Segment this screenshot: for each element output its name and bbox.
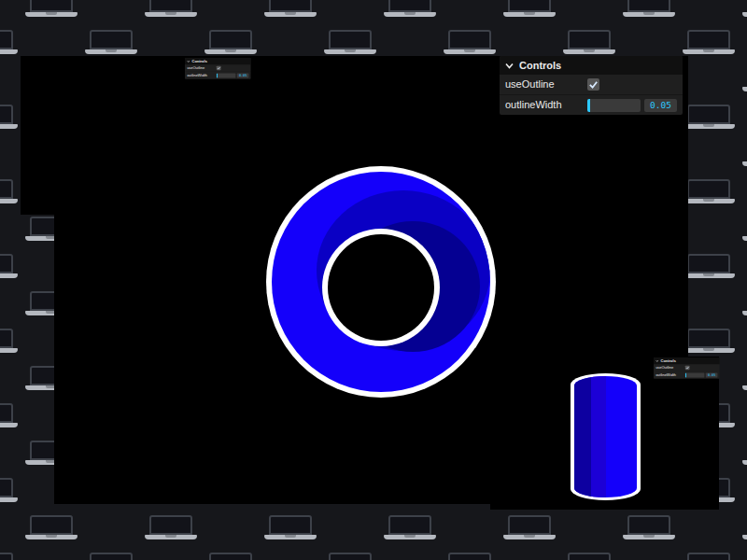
laptop-icon xyxy=(742,515,747,540)
laptop-icon xyxy=(742,291,747,316)
laptop-icon xyxy=(683,553,735,560)
useoutline-label: useOutline xyxy=(505,79,587,90)
laptop-icon xyxy=(742,0,747,18)
laptop-icon xyxy=(742,441,747,466)
laptop-icon xyxy=(0,553,18,560)
laptop-icon xyxy=(742,217,747,242)
useoutline-row: useOutline xyxy=(654,364,720,371)
laptop-icon xyxy=(264,515,317,540)
chevron-down-icon xyxy=(187,60,190,63)
useoutline-row: useOutline xyxy=(185,64,251,72)
laptop-icon xyxy=(503,0,556,18)
controls-panel-title-label: Controls xyxy=(519,61,561,71)
laptop-icon xyxy=(204,553,257,560)
torus-blue-hole xyxy=(328,234,434,341)
laptop-icon xyxy=(623,0,675,18)
controls-panel-title[interactable]: Controls xyxy=(654,357,720,364)
useoutline-row: useOutline xyxy=(500,75,683,94)
laptop-icon xyxy=(85,553,137,560)
laptop-icon xyxy=(503,515,556,540)
outlinewidth-slider-fill xyxy=(685,372,686,377)
chevron-down-icon xyxy=(505,63,514,69)
cylinder-shade-mid xyxy=(591,375,606,500)
outlinewidth-label: outlineWidth xyxy=(187,74,217,77)
controls-panel-small-1: Controls useOutline outlineWidth 0.05 xyxy=(185,58,251,79)
useoutline-label: useOutline xyxy=(187,66,217,70)
laptop-icon xyxy=(25,515,78,540)
controls-panel-title[interactable]: Controls xyxy=(500,56,683,75)
laptop-icon xyxy=(563,553,615,560)
laptop-icon xyxy=(384,515,436,540)
laptop-icon xyxy=(0,30,18,55)
controls-panel-title-label: Controls xyxy=(192,60,207,63)
outlinewidth-row: outlineWidth 0.05 xyxy=(654,371,720,379)
outlinewidth-row: outlineWidth 0.05 xyxy=(185,72,251,79)
laptop-icon xyxy=(25,0,78,18)
checkmark-icon xyxy=(588,79,599,90)
laptop-icon xyxy=(204,30,257,55)
laptop-icon xyxy=(145,0,197,18)
laptop-icon xyxy=(324,553,376,560)
laptop-icon xyxy=(85,30,137,55)
outlinewidth-slider-fill xyxy=(587,99,590,112)
outlinewidth-label: outlineWidth xyxy=(505,100,587,110)
outlinewidth-slider-fill xyxy=(217,73,218,77)
laptop-icon xyxy=(384,0,436,18)
laptop-icon xyxy=(0,254,18,279)
laptop-icon xyxy=(563,30,615,55)
laptop-icon xyxy=(145,515,197,540)
cylinder-shade-dark xyxy=(574,375,591,500)
laptop-icon xyxy=(0,329,18,354)
laptop-icon xyxy=(683,329,735,354)
laptop-icon xyxy=(0,478,18,503)
outlinewidth-value[interactable]: 0.05 xyxy=(644,99,677,112)
controls-panel-small-2: Controls useOutline outlineWidth 0.05 xyxy=(654,357,720,379)
laptop-icon xyxy=(623,515,675,540)
laptop-icon xyxy=(683,105,735,130)
useoutline-checkbox[interactable] xyxy=(217,66,221,71)
outlinewidth-slider[interactable] xyxy=(587,99,641,112)
outlinewidth-value[interactable]: 0.05 xyxy=(237,73,249,77)
laptop-icon xyxy=(683,179,735,204)
laptop-icon xyxy=(444,553,496,560)
checkmark-icon xyxy=(685,366,689,370)
laptop-icon xyxy=(683,254,735,279)
laptop-icon xyxy=(264,0,317,18)
laptop-icon xyxy=(742,67,747,92)
controls-panel-title-label: Controls xyxy=(661,359,676,363)
outlinewidth-slider[interactable] xyxy=(685,372,705,377)
outlinewidth-slider[interactable] xyxy=(217,73,236,77)
laptop-icon xyxy=(444,30,496,55)
canvas-cylinder-blue[interactable] xyxy=(490,357,719,510)
useoutline-checkbox[interactable] xyxy=(685,366,690,371)
page: Controls useOutline outlineWidth 0.05 xyxy=(0,0,747,560)
laptop-icon xyxy=(0,403,18,428)
controls-panel-main: Controls useOutline outlineWidth 0.05 xyxy=(500,56,683,115)
outlinewidth-row: outlineWidth 0.05 xyxy=(500,94,683,115)
chevron-down-icon xyxy=(655,359,658,362)
outlinewidth-label: outlineWidth xyxy=(655,373,685,377)
laptop-icon xyxy=(742,366,747,391)
laptop-icon xyxy=(742,142,747,167)
controls-panel-title[interactable]: Controls xyxy=(185,58,251,64)
useoutline-checkbox[interactable] xyxy=(587,78,599,91)
outlinewidth-value[interactable]: 0.05 xyxy=(706,372,718,377)
laptop-icon xyxy=(683,30,735,55)
laptop-icon xyxy=(0,105,18,130)
checkmark-icon xyxy=(217,66,220,70)
laptop-icon xyxy=(0,179,18,204)
cylinder-render xyxy=(490,357,719,510)
laptop-icon xyxy=(324,30,376,55)
useoutline-label: useOutline xyxy=(655,366,685,370)
